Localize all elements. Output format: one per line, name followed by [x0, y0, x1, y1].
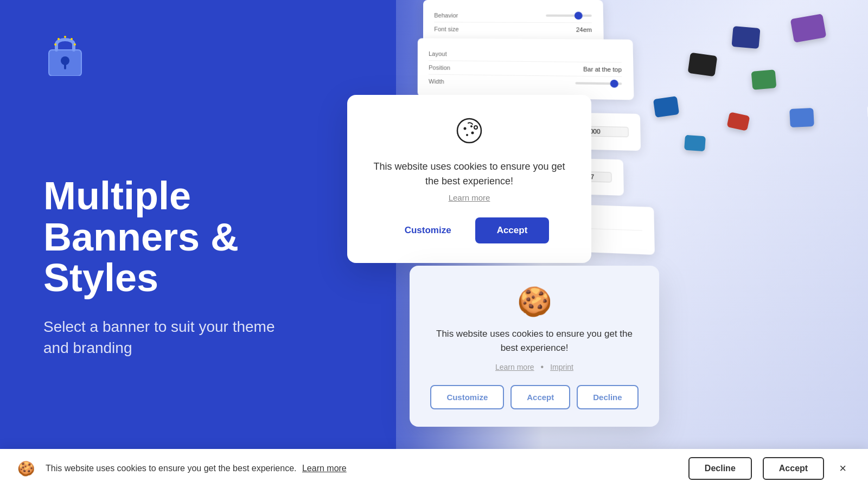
svg-point-12 [466, 134, 468, 136]
font-size-value: 24em [576, 26, 592, 33]
svg-point-6 [58, 38, 60, 40]
banner-2-imprint[interactable]: Imprint [550, 363, 573, 371]
banner-1-learn-more[interactable]: Learn more [369, 193, 570, 202]
svg-point-13 [474, 126, 477, 129]
svg-point-9 [464, 127, 467, 130]
color-swatch-blue2 [653, 96, 679, 118]
bottom-bar-decline-button[interactable]: Decline [688, 457, 752, 480]
cookie-banner-1: This website uses cookies to ensure you … [347, 95, 591, 263]
banner-1-customize-button[interactable]: Customize [390, 217, 467, 243]
width-label: Width [429, 78, 444, 85]
svg-point-7 [54, 43, 56, 46]
color-swatch-blue-light [789, 108, 814, 127]
svg-point-11 [471, 132, 474, 134]
color-swatch-dark [688, 53, 718, 77]
color-swatch-teal [684, 135, 706, 152]
svg-point-10 [470, 125, 473, 127]
bottom-cookie-bar: 🍪 This website uses cookies to ensure yo… [0, 449, 868, 488]
behavior-label: Behavior [434, 12, 458, 18]
banner-1-buttons: Customize Accept [369, 217, 570, 243]
color-swatch-green [751, 69, 777, 90]
cookie-banner-2: 🍪 This website uses cookies to ensure yo… [410, 266, 659, 427]
svg-point-4 [71, 38, 73, 40]
bottom-bar-accept-button[interactable]: Accept [763, 457, 824, 480]
banner-2-links: Learn more • Imprint [429, 362, 640, 372]
position-value: Bar at the top [583, 66, 622, 73]
banner-2-accept-button[interactable]: Accept [510, 385, 570, 409]
svg-point-5 [74, 43, 76, 46]
cookie-icon-1 [369, 117, 570, 151]
banner-2-decline-button[interactable]: Decline [577, 385, 638, 409]
left-panel: Multiple Banners & Styles Select a banne… [0, 0, 391, 488]
main-title: Multiple Banners & Styles [43, 176, 358, 299]
svg-point-3 [64, 36, 66, 38]
bottom-bar-close-button[interactable]: × [835, 457, 851, 480]
logo [43, 33, 358, 176]
banner-2-learn-more[interactable]: Learn more [495, 363, 534, 371]
banner-2-customize-button[interactable]: Customize [430, 385, 504, 409]
banner-2-text: This website uses cookies to ensure you … [429, 327, 640, 355]
banner-1-text: This website uses cookies to ensure you … [369, 159, 570, 189]
font-size-label: Font size [434, 25, 458, 32]
layout-label: Layout [429, 50, 447, 57]
bottom-bar-learn-more[interactable]: Learn more [302, 464, 347, 473]
bottom-bar-cookie-icon: 🍪 [17, 460, 35, 477]
dot-separator: • [541, 362, 544, 372]
cookie-icon-2: 🍪 [429, 285, 640, 318]
banner-1-accept-button[interactable]: Accept [475, 217, 550, 243]
bottom-bar-text: This website uses cookies to ensure you … [46, 464, 678, 473]
subtitle: Select a banner to suit your theme and b… [43, 316, 304, 358]
color-swatch-blue-dark [731, 26, 760, 49]
position-label: Position [429, 64, 450, 71]
banner-2-buttons: Customize Accept Decline [429, 385, 640, 409]
